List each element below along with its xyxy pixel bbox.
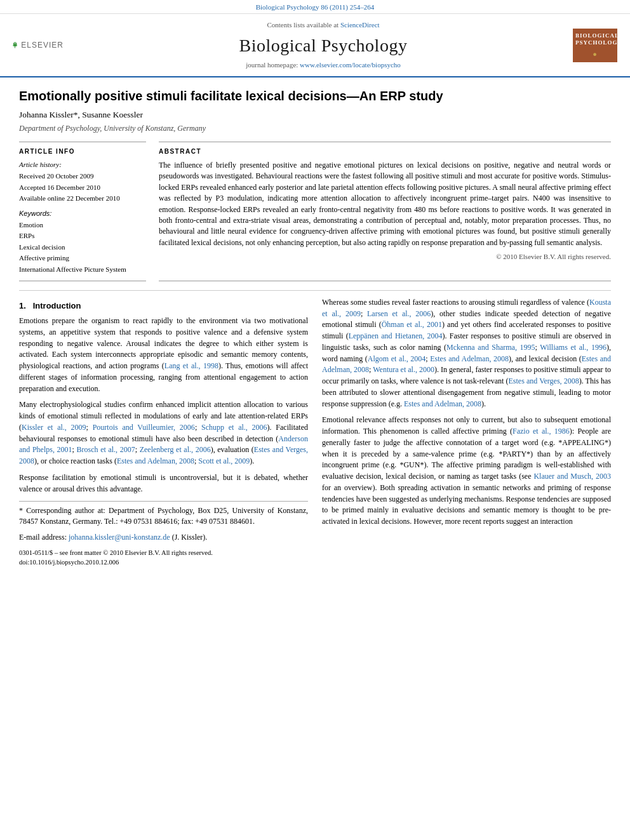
journal-ref-text: Biological Psychology 86 (2011) 254–264 bbox=[256, 3, 375, 11]
available-date: Available online 22 December 2010 bbox=[19, 194, 146, 203]
footnote-area: * Corresponding author at: Department of… bbox=[19, 501, 308, 542]
leppanen-ref[interactable]: Leppänen and Hietanen, 2004 bbox=[349, 331, 443, 340]
svg-point-2 bbox=[13, 44, 15, 46]
article-info-heading: Article info bbox=[19, 147, 146, 156]
algom-ref[interactable]: Algom et al., 2004 bbox=[368, 354, 426, 363]
right-para2: Emotional relevance affects responses no… bbox=[322, 415, 611, 528]
kissler-ref[interactable]: Kissler et al., 2009 bbox=[22, 423, 86, 432]
journal-header: ELSEVIER Contents lists available at Sci… bbox=[0, 14, 630, 77]
abstract-heading: Abstract bbox=[159, 147, 611, 156]
authors: Johanna Kissler*, Susanne Koessler bbox=[19, 109, 611, 121]
journal-reference-bar: Biological Psychology 86 (2011) 254–264 bbox=[0, 0, 630, 14]
scott-ref[interactable]: Scott et al., 2009 bbox=[198, 457, 250, 465]
section-number: 1. bbox=[19, 301, 26, 310]
section-title: Introduction bbox=[33, 301, 81, 310]
right-para1: Whereas some studies reveal faster react… bbox=[322, 297, 611, 410]
lang-ref[interactable]: Lang et al., 1998 bbox=[164, 361, 218, 370]
estes-adelman4-ref[interactable]: Estes and Adelman, 2008 bbox=[404, 399, 481, 408]
contents-line: Contents lists available at ScienceDirec… bbox=[74, 20, 573, 30]
copyright-line: © 2010 Elsevier B.V. All rights reserved… bbox=[159, 252, 611, 262]
homepage-label: journal homepage: bbox=[246, 61, 298, 69]
intro-section-heading: 1. Introduction bbox=[19, 300, 308, 312]
email-link[interactable]: johanna.kissler@uni-konstanz.de bbox=[69, 533, 170, 542]
wentura-ref[interactable]: Wentura et al., 2000 bbox=[373, 365, 434, 374]
intro-para3: Response facilitation by emotional stimu… bbox=[19, 472, 308, 495]
issn-text: 0301-0511/$ – see front matter © 2010 El… bbox=[19, 548, 308, 558]
article-title: Emotionally positive stimuli facilitate … bbox=[19, 88, 611, 104]
larsen-ref[interactable]: Larsen et al., 2006 bbox=[367, 309, 431, 318]
email-suffix: (J. Kissler). bbox=[170, 533, 208, 542]
footnote-text: * Corresponding author at: Department of… bbox=[19, 505, 308, 527]
email-label: E-mail address: bbox=[19, 533, 69, 542]
elsevier-logo: ELSEVIER bbox=[13, 29, 64, 62]
estes-adelman-ref[interactable]: Estes and Adelman, 2008 bbox=[117, 457, 194, 465]
logo-line2: PSYCHOLOGY bbox=[575, 39, 615, 47]
section-divider bbox=[19, 290, 611, 291]
keywords-heading: Keywords: bbox=[19, 209, 146, 218]
journal-title: Biological Psychology bbox=[74, 33, 573, 58]
accepted-date: Accepted 16 December 2010 bbox=[19, 183, 146, 192]
svg-point-4 bbox=[14, 42, 16, 44]
svg-rect-0 bbox=[15, 47, 15, 48]
abstract-text: The influence of briefly presented posit… bbox=[159, 160, 611, 248]
footnote-email: E-mail address: johanna.kissler@uni-kons… bbox=[19, 532, 308, 543]
estes-adelman2-ref[interactable]: Estes and Adelman, 2008 bbox=[430, 354, 509, 363]
received-date: Received 20 October 2009 bbox=[19, 171, 146, 181]
body-right-col: Whereas some studies reveal faster react… bbox=[322, 297, 611, 568]
intro-para2: Many electrophysiological studies confir… bbox=[19, 399, 308, 467]
keyword-affective: Affective priming bbox=[19, 253, 146, 263]
logo-line1: BIOLOGICAL bbox=[575, 32, 615, 40]
article-info-box: Article info Article history: Received 2… bbox=[19, 142, 146, 281]
pourtois-ref[interactable]: Pourtois and Vuilleumier, 2006 bbox=[93, 423, 195, 432]
sciencedirect-link[interactable]: ScienceDirect bbox=[340, 21, 380, 29]
article-info-abstract-row: Article info Article history: Received 2… bbox=[19, 142, 611, 281]
keyword-lexical: Lexical decision bbox=[19, 243, 146, 252]
brosch-ref[interactable]: Brosch et al., 2007 bbox=[77, 445, 135, 454]
history-heading: Article history: bbox=[19, 160, 146, 170]
doi-text: doi:10.1016/j.biopsycho.2010.12.006 bbox=[19, 557, 308, 568]
kousta-ref[interactable]: Kousta et al., 2009 bbox=[322, 298, 611, 318]
journal-logo-box: BIOLOGICAL PSYCHOLOGY ● bbox=[573, 29, 617, 63]
keyword-iaps: International Affective Picture System bbox=[19, 265, 146, 274]
klauer-ref[interactable]: Klauer and Musch, 2003 bbox=[533, 472, 611, 481]
estes-verges2-ref[interactable]: Estes and Verges, 2008 bbox=[508, 377, 579, 385]
fazio-ref[interactable]: Fazio et al., 1986 bbox=[513, 427, 570, 436]
ohman-ref[interactable]: Öhman et al., 2001 bbox=[382, 320, 442, 329]
elsevier-label: ELSEVIER bbox=[21, 40, 64, 51]
keyword-emotion: Emotion bbox=[19, 220, 146, 230]
body-content: 1. Introduction Emotions prepare the org… bbox=[19, 297, 611, 568]
issn-line: 0301-0511/$ – see front matter © 2010 El… bbox=[19, 548, 308, 568]
abstract-box: Abstract The influence of briefly presen… bbox=[159, 142, 611, 281]
williams-ref[interactable]: Williams et al., 1996 bbox=[540, 343, 607, 352]
header-center: Contents lists available at ScienceDirec… bbox=[74, 20, 573, 70]
mckenna-ref[interactable]: Mckenna and Sharma, 1995 bbox=[446, 343, 535, 352]
homepage-line: journal homepage: www.elsevier.com/locat… bbox=[74, 60, 573, 70]
intro-para1: Emotions prepare the organism to react r… bbox=[19, 316, 308, 394]
elsevier-tree-icon bbox=[13, 29, 17, 62]
zeelenberg-ref[interactable]: Zeelenberg et al., 2006 bbox=[140, 445, 211, 454]
keyword-erps: ERPs bbox=[19, 231, 146, 241]
svg-point-3 bbox=[15, 44, 17, 46]
affiliation: Department of Psychology, University of … bbox=[19, 123, 611, 134]
contents-label: Contents lists available at bbox=[267, 21, 338, 29]
schupp-ref[interactable]: Schupp et al., 2006 bbox=[201, 423, 267, 432]
body-left-col: 1. Introduction Emotions prepare the org… bbox=[19, 297, 308, 568]
homepage-url[interactable]: www.elsevier.com/locate/biopsycho bbox=[300, 61, 401, 69]
article-container: Emotionally positive stimuli facilitate … bbox=[0, 77, 630, 580]
